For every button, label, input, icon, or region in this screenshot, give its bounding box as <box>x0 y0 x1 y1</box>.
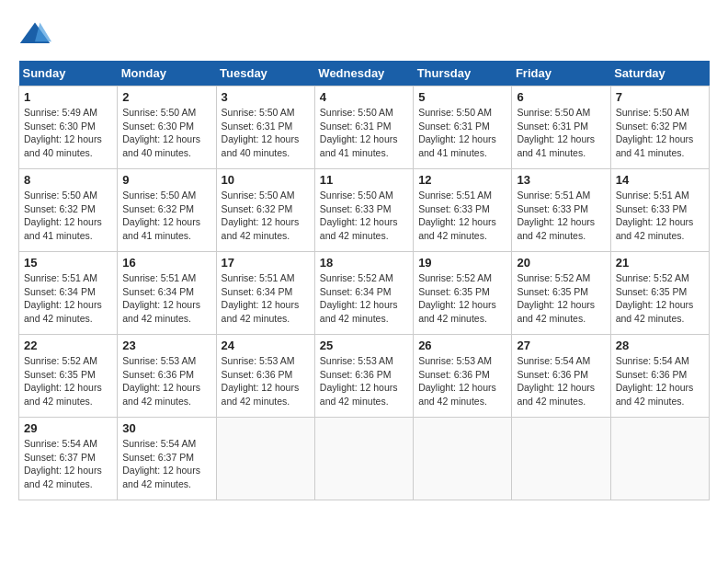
calendar-cell: 12 Sunrise: 5:51 AMSunset: 6:33 PMDaylig… <box>414 169 512 252</box>
logo-icon <box>18 18 51 52</box>
day-number: 19 <box>418 256 506 270</box>
calendar-week-row: 8 Sunrise: 5:50 AMSunset: 6:32 PMDayligh… <box>19 169 710 252</box>
calendar-cell: 7 Sunrise: 5:50 AMSunset: 6:32 PMDayligh… <box>610 86 709 169</box>
day-number: 13 <box>517 173 605 187</box>
day-info: Sunrise: 5:51 AMSunset: 6:33 PMDaylight:… <box>418 189 506 243</box>
day-info: Sunrise: 5:51 AMSunset: 6:33 PMDaylight:… <box>517 189 605 243</box>
calendar-table: SundayMondayTuesdayWednesdayThursdayFrid… <box>18 61 710 500</box>
day-number: 30 <box>122 421 210 435</box>
day-number: 15 <box>24 256 112 270</box>
day-info: Sunrise: 5:51 AMSunset: 6:33 PMDaylight:… <box>616 189 704 243</box>
header-cell-thursday: Thursday <box>414 61 512 86</box>
day-info: Sunrise: 5:54 AMSunset: 6:36 PMDaylight:… <box>517 354 605 408</box>
calendar-cell: 8 Sunrise: 5:50 AMSunset: 6:32 PMDayligh… <box>19 169 118 252</box>
calendar-cell <box>414 418 512 500</box>
calendar-cell: 27 Sunrise: 5:54 AMSunset: 6:36 PMDaylig… <box>512 335 610 418</box>
day-info: Sunrise: 5:50 AMSunset: 6:32 PMDaylight:… <box>24 189 112 243</box>
calendar-cell: 25 Sunrise: 5:53 AMSunset: 6:36 PMDaylig… <box>314 335 413 418</box>
day-info: Sunrise: 5:51 AMSunset: 6:34 PMDaylight:… <box>24 271 112 326</box>
day-info: Sunrise: 5:53 AMSunset: 6:36 PMDaylight:… <box>122 354 210 408</box>
calendar-cell: 11 Sunrise: 5:50 AMSunset: 6:33 PMDaylig… <box>314 169 413 252</box>
day-info: Sunrise: 5:50 AMSunset: 6:32 PMDaylight:… <box>122 189 210 243</box>
day-info: Sunrise: 5:50 AMSunset: 6:30 PMDaylight:… <box>122 106 210 160</box>
day-number: 26 <box>418 339 506 352</box>
day-number: 22 <box>24 339 112 352</box>
calendar-header: SundayMondayTuesdayWednesdayThursdayFrid… <box>19 61 710 86</box>
calendar-week-row: 22 Sunrise: 5:52 AMSunset: 6:35 PMDaylig… <box>19 335 710 418</box>
day-info: Sunrise: 5:51 AMSunset: 6:34 PMDaylight:… <box>222 271 310 326</box>
calendar-cell: 30 Sunrise: 5:54 AMSunset: 6:37 PMDaylig… <box>118 418 216 500</box>
day-number: 18 <box>320 256 408 270</box>
day-number: 14 <box>616 173 704 187</box>
calendar-cell: 26 Sunrise: 5:53 AMSunset: 6:36 PMDaylig… <box>414 335 512 418</box>
day-number: 28 <box>616 339 704 352</box>
day-number: 23 <box>122 339 210 352</box>
day-number: 24 <box>222 339 310 352</box>
day-number: 10 <box>222 173 310 187</box>
day-info: Sunrise: 5:54 AMSunset: 6:37 PMDaylight:… <box>122 437 210 491</box>
day-info: Sunrise: 5:50 AMSunset: 6:31 PMDaylight:… <box>222 106 310 160</box>
day-info: Sunrise: 5:50 AMSunset: 6:31 PMDaylight:… <box>517 106 605 160</box>
day-info: Sunrise: 5:50 AMSunset: 6:31 PMDaylight:… <box>418 106 506 160</box>
calendar-cell: 4 Sunrise: 5:50 AMSunset: 6:31 PMDayligh… <box>314 86 413 169</box>
calendar-week-row: 29 Sunrise: 5:54 AMSunset: 6:37 PMDaylig… <box>19 418 710 500</box>
header-cell-monday: Monday <box>118 61 216 86</box>
calendar-cell <box>314 418 413 500</box>
calendar-cell: 19 Sunrise: 5:52 AMSunset: 6:35 PMDaylig… <box>414 252 512 335</box>
day-number: 21 <box>616 256 704 270</box>
day-info: Sunrise: 5:50 AMSunset: 6:32 PMDaylight:… <box>222 189 310 243</box>
calendar-cell <box>512 418 610 500</box>
calendar-cell: 28 Sunrise: 5:54 AMSunset: 6:36 PMDaylig… <box>610 335 709 418</box>
day-info: Sunrise: 5:52 AMSunset: 6:35 PMDaylight:… <box>418 271 506 326</box>
day-number: 6 <box>517 90 605 104</box>
calendar-cell: 16 Sunrise: 5:51 AMSunset: 6:34 PMDaylig… <box>118 252 216 335</box>
day-info: Sunrise: 5:50 AMSunset: 6:31 PMDaylight:… <box>320 106 408 160</box>
header-row: SundayMondayTuesdayWednesdayThursdayFrid… <box>19 61 710 86</box>
calendar-cell: 17 Sunrise: 5:51 AMSunset: 6:34 PMDaylig… <box>216 252 314 335</box>
day-info: Sunrise: 5:52 AMSunset: 6:35 PMDaylight:… <box>517 271 605 326</box>
day-number: 29 <box>24 421 112 435</box>
calendar-cell: 29 Sunrise: 5:54 AMSunset: 6:37 PMDaylig… <box>19 418 118 500</box>
day-number: 3 <box>222 90 310 104</box>
day-info: Sunrise: 5:53 AMSunset: 6:36 PMDaylight:… <box>320 354 408 408</box>
day-number: 12 <box>418 173 506 187</box>
day-number: 16 <box>122 256 210 270</box>
day-info: Sunrise: 5:50 AMSunset: 6:32 PMDaylight:… <box>616 106 704 160</box>
day-info: Sunrise: 5:50 AMSunset: 6:33 PMDaylight:… <box>320 189 408 243</box>
day-info: Sunrise: 5:52 AMSunset: 6:34 PMDaylight:… <box>320 271 408 326</box>
day-number: 9 <box>122 173 210 187</box>
day-number: 2 <box>122 90 210 104</box>
day-info: Sunrise: 5:51 AMSunset: 6:34 PMDaylight:… <box>122 271 210 326</box>
logo <box>18 18 55 52</box>
header-cell-tuesday: Tuesday <box>216 61 314 86</box>
calendar-cell: 24 Sunrise: 5:53 AMSunset: 6:36 PMDaylig… <box>216 335 314 418</box>
header-cell-sunday: Sunday <box>19 61 118 86</box>
header-cell-wednesday: Wednesday <box>314 61 413 86</box>
calendar-cell: 14 Sunrise: 5:51 AMSunset: 6:33 PMDaylig… <box>610 169 709 252</box>
day-info: Sunrise: 5:49 AMSunset: 6:30 PMDaylight:… <box>24 106 112 160</box>
day-number: 11 <box>320 173 408 187</box>
calendar-cell: 9 Sunrise: 5:50 AMSunset: 6:32 PMDayligh… <box>118 169 216 252</box>
day-number: 4 <box>320 90 408 104</box>
calendar-cell <box>610 418 709 500</box>
day-number: 17 <box>222 256 310 270</box>
day-info: Sunrise: 5:53 AMSunset: 6:36 PMDaylight:… <box>418 354 506 408</box>
calendar-week-row: 15 Sunrise: 5:51 AMSunset: 6:34 PMDaylig… <box>19 252 710 335</box>
calendar-body: 1 Sunrise: 5:49 AMSunset: 6:30 PMDayligh… <box>19 86 710 500</box>
day-number: 1 <box>24 90 112 104</box>
header <box>18 18 710 52</box>
calendar-cell: 20 Sunrise: 5:52 AMSunset: 6:35 PMDaylig… <box>512 252 610 335</box>
calendar-cell: 13 Sunrise: 5:51 AMSunset: 6:33 PMDaylig… <box>512 169 610 252</box>
day-info: Sunrise: 5:52 AMSunset: 6:35 PMDaylight:… <box>24 354 112 408</box>
day-info: Sunrise: 5:54 AMSunset: 6:36 PMDaylight:… <box>616 354 704 408</box>
day-info: Sunrise: 5:54 AMSunset: 6:37 PMDaylight:… <box>24 437 112 491</box>
calendar-cell: 22 Sunrise: 5:52 AMSunset: 6:35 PMDaylig… <box>19 335 118 418</box>
calendar-week-row: 1 Sunrise: 5:49 AMSunset: 6:30 PMDayligh… <box>19 86 710 169</box>
calendar-cell: 1 Sunrise: 5:49 AMSunset: 6:30 PMDayligh… <box>19 86 118 169</box>
day-info: Sunrise: 5:52 AMSunset: 6:35 PMDaylight:… <box>616 271 704 326</box>
calendar-cell: 3 Sunrise: 5:50 AMSunset: 6:31 PMDayligh… <box>216 86 314 169</box>
header-cell-saturday: Saturday <box>610 61 709 86</box>
calendar-cell <box>216 418 314 500</box>
day-number: 7 <box>616 90 704 104</box>
day-number: 25 <box>320 339 408 352</box>
